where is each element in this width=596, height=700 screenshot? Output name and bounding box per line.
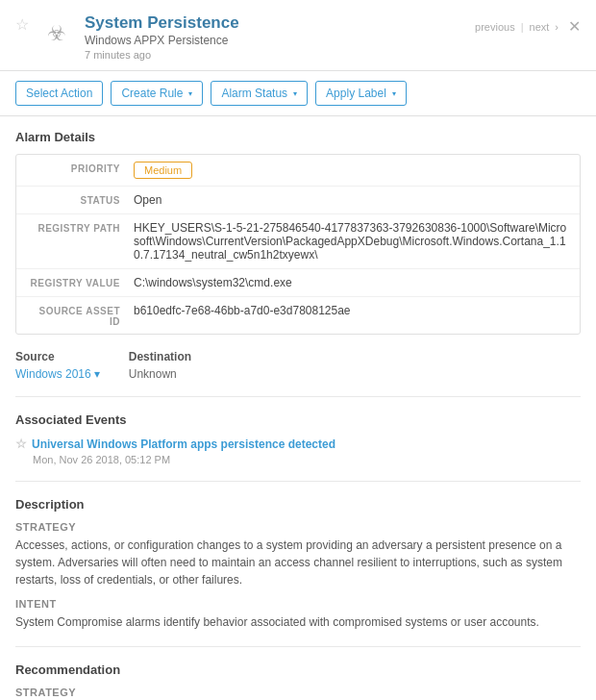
description-title: Description [15, 497, 581, 512]
create-rule-label: Create Rule [121, 87, 183, 100]
alarm-status-label: Alarm Status [221, 87, 287, 100]
header-title-group: System Persistence Windows APPX Persiste… [85, 13, 239, 61]
alarm-title: System Persistence [85, 13, 239, 33]
content-area: Alarm Details PRIORITY Medium STATUS Ope… [0, 116, 596, 700]
alarm-status-caret-icon: ▾ [293, 89, 297, 98]
source-col: Source Windows 2016 ▾ [15, 350, 100, 381]
next-nav-link[interactable]: next [530, 21, 550, 33]
registry-path-value: HKEY_USERS\S-1-5-21-275846540-4177837363… [134, 221, 568, 262]
alarm-subtitle: Windows APPX Persistence [85, 34, 239, 47]
intent-text: System Compromise alarms identify behavi… [15, 613, 581, 631]
source-label: Source [15, 350, 100, 363]
create-rule-caret-icon: ▾ [188, 89, 192, 98]
associated-events-section: Associated Events ☆ Universal Windows Pl… [15, 412, 581, 482]
destination-col: Destination Unknown [129, 350, 191, 381]
registry-value-value: C:\windows\system32\cmd.exe [134, 276, 568, 289]
event-star-icon[interactable]: ☆ [15, 437, 27, 451]
create-rule-button[interactable]: Create Rule ▾ [111, 81, 203, 106]
favorite-star-icon[interactable]: ☆ [15, 15, 29, 34]
registry-value-label: REGISTRY VALUE [28, 276, 134, 288]
header-left: ☆ ☣ System Persistence Windows APPX Pers… [15, 13, 239, 61]
apply-label-label: Apply Label [326, 87, 386, 100]
event-time: Mon, Nov 26 2018, 05:12 PM [33, 454, 581, 465]
status-row: STATUS Open [16, 187, 580, 214]
alarm-time: 7 minutes ago [85, 49, 239, 61]
priority-label: PRIORITY [28, 162, 134, 174]
toolbar: Select Action Create Rule ▾ Alarm Status… [0, 71, 596, 116]
status-label: STATUS [28, 193, 134, 206]
source-asset-id-row: SOURCE ASSET ID b610edfc-7e68-46bb-a7d0-… [16, 297, 580, 334]
chevron-right-icon: › [555, 21, 559, 33]
registry-path-label: REGISTRY PATH [28, 221, 134, 234]
associated-events-title: Associated Events [15, 412, 581, 427]
source-asset-id-label: SOURCE ASSET ID [28, 304, 134, 327]
recommendation-section: Recommendation STRATEGY 1. Confirm if th… [15, 662, 581, 700]
priority-value: Medium [134, 162, 568, 179]
event-title-text: Universal Windows Platform apps persiste… [32, 438, 335, 451]
strategy-sublabel: STRATEGY [15, 521, 581, 533]
source-value-link[interactable]: Windows 2016 ▾ [15, 367, 100, 381]
source-destination-row: Source Windows 2016 ▾ Destination Unknow… [15, 350, 581, 397]
alarm-details-title: Alarm Details [15, 130, 581, 144]
priority-row: PRIORITY Medium [16, 155, 580, 187]
header: ☆ ☣ System Persistence Windows APPX Pers… [0, 0, 596, 71]
previous-nav-link[interactable]: previous [475, 21, 515, 33]
select-action-label: Select Action [26, 87, 92, 100]
alarm-status-button[interactable]: Alarm Status ▾ [211, 81, 308, 106]
source-caret-icon: ▾ [94, 367, 100, 381]
description-section: Description STRATEGY Accesses, actions, … [15, 497, 581, 647]
event-link[interactable]: ☆ Universal Windows Platform apps persis… [15, 437, 581, 451]
intent-sublabel: INTENT [15, 598, 581, 610]
alarm-details-box: PRIORITY Medium STATUS Open REGISTRY PAT… [15, 154, 581, 335]
destination-label: Destination [129, 350, 191, 363]
destination-value: Unknown [129, 367, 191, 381]
source-asset-id-value: b610edfc-7e68-46bb-a7d0-e3d7808125ae [134, 304, 568, 317]
biohazard-icon: ☣ [38, 15, 75, 52]
select-action-button[interactable]: Select Action [15, 81, 103, 106]
nav-separator: | [521, 21, 524, 33]
priority-badge: Medium [134, 162, 192, 179]
recommendation-title: Recommendation [15, 662, 581, 677]
apply-label-button[interactable]: Apply Label ▾ [315, 81, 407, 106]
status-value: Open [134, 193, 568, 207]
recommendation-strategy-sublabel: STRATEGY [15, 687, 581, 698]
strategy-text: Accesses, actions, or configuration chan… [15, 537, 581, 588]
header-nav: previous | next › ✕ [475, 17, 581, 36]
source-value-text: Windows 2016 [15, 367, 91, 381]
page-wrapper: ☆ ☣ System Persistence Windows APPX Pers… [0, 0, 596, 700]
close-button[interactable]: ✕ [568, 17, 581, 36]
registry-value-row: REGISTRY VALUE C:\windows\system32\cmd.e… [16, 269, 580, 297]
apply-label-caret-icon: ▾ [392, 89, 396, 98]
registry-path-row: REGISTRY PATH HKEY_USERS\S-1-5-21-275846… [16, 214, 580, 269]
